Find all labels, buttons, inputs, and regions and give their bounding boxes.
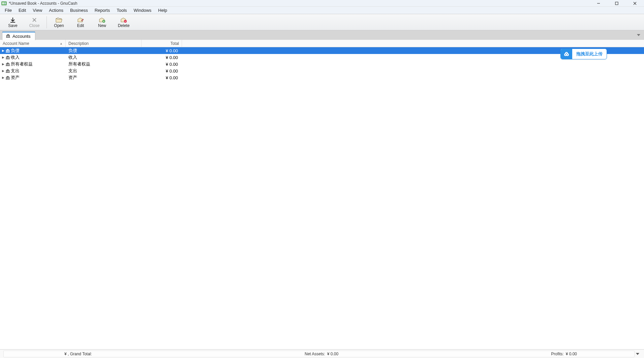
svg-rect-45 bbox=[7, 71, 8, 72]
account-description: 支出 bbox=[66, 68, 142, 74]
maximize-button[interactable] bbox=[612, 0, 622, 7]
tab-accounts[interactable]: Accounts bbox=[2, 32, 35, 40]
account-description: 负债 bbox=[66, 48, 142, 54]
account-name: 收入 bbox=[11, 54, 20, 60]
table-row[interactable]: ▶ 负债 负债 ¥ 0.00 bbox=[0, 47, 644, 54]
menubar: File Edit View Actions Business Reports … bbox=[0, 7, 644, 14]
edit-button[interactable]: Edit bbox=[70, 16, 91, 29]
account-total: ¥ 0.00 bbox=[142, 68, 182, 74]
new-icon bbox=[98, 17, 106, 23]
tab-overflow-button[interactable] bbox=[636, 32, 641, 38]
open-label: Open bbox=[54, 23, 64, 28]
menu-tools[interactable]: Tools bbox=[113, 7, 130, 13]
menu-actions[interactable]: Actions bbox=[45, 7, 67, 13]
table-header: Account Name ▲ Description Total bbox=[0, 40, 644, 47]
account-name: 支出 bbox=[11, 68, 20, 74]
status-summary: ¥ , Grand Total: Net Assets: ¥ 0.00 Prof… bbox=[3, 351, 635, 357]
column-account-name[interactable]: Account Name ▲ bbox=[0, 40, 66, 47]
bank-icon bbox=[5, 69, 10, 73]
svg-rect-46 bbox=[9, 71, 9, 72]
menu-reports[interactable]: Reports bbox=[91, 7, 114, 13]
menu-windows[interactable]: Windows bbox=[130, 7, 155, 13]
column-desc-label: Description bbox=[68, 41, 89, 46]
close-label: Close bbox=[29, 23, 40, 28]
svg-marker-16 bbox=[6, 34, 10, 35]
expand-caret-icon[interactable]: ▶ bbox=[2, 69, 5, 73]
window-controls bbox=[593, 0, 640, 7]
profits: Profits: ¥ 0.00 bbox=[551, 352, 577, 356]
svg-rect-52 bbox=[6, 79, 10, 80]
svg-marker-33 bbox=[6, 56, 10, 57]
close-tab-button: Close bbox=[24, 16, 45, 29]
svg-rect-1 bbox=[2, 2, 4, 4]
expand-caret-icon[interactable]: ▶ bbox=[2, 62, 5, 66]
bank-icon bbox=[5, 62, 10, 66]
menu-edit[interactable]: Edit bbox=[15, 7, 29, 13]
bank-icon bbox=[5, 55, 10, 59]
bank-icon bbox=[6, 34, 10, 39]
expand-caret-icon[interactable]: ▶ bbox=[2, 76, 5, 79]
account-total: ¥ 0.00 bbox=[142, 75, 182, 80]
svg-rect-29 bbox=[6, 50, 7, 52]
app-icon bbox=[1, 1, 7, 6]
toolbar: Save Close Open Edit New Delete bbox=[0, 14, 644, 30]
table-row[interactable]: ▶ 所有者权益 所有者权益 ¥ 0.00 bbox=[0, 61, 644, 67]
svg-point-25 bbox=[565, 54, 566, 55]
svg-rect-2 bbox=[4, 2, 6, 4]
svg-rect-36 bbox=[9, 57, 9, 59]
table-row[interactable]: ▶ 收入 收入 ¥ 0.00 bbox=[0, 54, 644, 61]
upload-text: 拖拽至此上传 bbox=[572, 51, 607, 57]
svg-rect-41 bbox=[9, 64, 9, 65]
svg-rect-17 bbox=[6, 35, 7, 37]
svg-point-26 bbox=[567, 54, 568, 55]
minimize-button[interactable] bbox=[593, 0, 604, 7]
column-total[interactable]: Total bbox=[142, 40, 182, 47]
table-row[interactable]: ▶ 支出 支出 ¥ 0.00 bbox=[0, 67, 644, 74]
account-total: ¥ 0.00 bbox=[142, 62, 182, 67]
new-button[interactable]: New bbox=[91, 16, 113, 29]
toolbar-separator bbox=[47, 16, 47, 28]
svg-rect-50 bbox=[7, 77, 8, 79]
svg-rect-44 bbox=[6, 71, 7, 72]
svg-rect-30 bbox=[7, 50, 8, 52]
grand-total-label: ¥ , Grand Total: bbox=[64, 352, 92, 356]
menu-help[interactable]: Help bbox=[155, 7, 171, 13]
svg-rect-18 bbox=[8, 35, 8, 37]
window-title: *Unsaved Book - Accounts - GnuCash bbox=[9, 1, 593, 6]
svg-point-27 bbox=[566, 53, 567, 54]
table-row[interactable]: ▶ 资产 资产 ¥ 0.00 bbox=[0, 74, 644, 81]
close-button[interactable] bbox=[630, 0, 640, 7]
account-description: 收入 bbox=[66, 54, 142, 60]
column-name-label: Account Name bbox=[3, 41, 29, 46]
svg-rect-49 bbox=[6, 77, 7, 79]
svg-rect-34 bbox=[6, 57, 7, 59]
tab-label: Accounts bbox=[12, 34, 30, 39]
svg-marker-28 bbox=[6, 49, 10, 50]
svg-rect-39 bbox=[6, 64, 7, 65]
svg-rect-32 bbox=[6, 52, 10, 53]
account-name: 负债 bbox=[11, 48, 20, 54]
sort-ascending-icon: ▲ bbox=[60, 42, 63, 45]
open-button[interactable]: Open bbox=[48, 16, 70, 29]
delete-button[interactable]: Delete bbox=[113, 16, 134, 29]
expand-caret-icon[interactable]: ▶ bbox=[2, 56, 5, 59]
net-assets-label: Net Assets: bbox=[305, 352, 325, 356]
cloud-upload-icon bbox=[561, 49, 572, 59]
titlebar: *Unsaved Book - Accounts - GnuCash bbox=[0, 0, 644, 7]
account-name: 资产 bbox=[11, 75, 20, 81]
menu-view[interactable]: View bbox=[29, 7, 45, 13]
menu-business[interactable]: Business bbox=[67, 7, 91, 13]
profits-value: ¥ 0.00 bbox=[566, 352, 577, 356]
bank-icon bbox=[5, 76, 10, 80]
svg-rect-51 bbox=[9, 77, 9, 79]
status-dropdown-button[interactable] bbox=[635, 353, 641, 355]
edit-label: Edit bbox=[77, 23, 84, 28]
save-button[interactable]: Save bbox=[2, 16, 24, 29]
menu-file[interactable]: File bbox=[1, 7, 15, 13]
column-description[interactable]: Description bbox=[66, 40, 142, 47]
svg-rect-40 bbox=[7, 64, 8, 65]
svg-rect-47 bbox=[6, 72, 10, 73]
save-icon bbox=[9, 17, 17, 23]
upload-widget[interactable]: 拖拽至此上传 bbox=[560, 49, 607, 59]
expand-caret-icon[interactable]: ▶ bbox=[2, 49, 5, 52]
